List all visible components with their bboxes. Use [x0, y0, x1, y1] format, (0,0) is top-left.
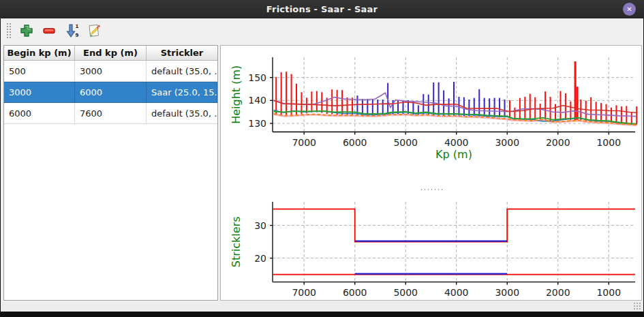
column-header-begin-kp[interactable]: Begin kp (m)	[4, 46, 75, 60]
svg-text:1000: 1000	[596, 287, 621, 298]
svg-text:6000: 6000	[343, 137, 367, 148]
frictions-table[interactable]: Begin kp (m) End kp (m) Strickler 500300…	[3, 45, 218, 301]
table-row[interactable]: 5003000default (35.0, …	[4, 61, 217, 82]
column-header-end-kp[interactable]: End kp (m)	[75, 46, 147, 60]
remove-icon	[42, 24, 56, 37]
svg-text:1: 1	[76, 24, 79, 29]
stricklers-chart: 70006000500040003000200010002030Kp (m)St…	[221, 190, 641, 300]
svg-text:1000: 1000	[596, 137, 621, 148]
svg-text:Height (m): Height (m)	[230, 65, 243, 124]
svg-text:Kp (m): Kp (m)	[435, 148, 472, 161]
toolbar-grip-handle[interactable]	[6, 22, 12, 39]
height-profile-chart: 7000600050004000300020001000130140150Kp …	[221, 46, 641, 187]
resize-grip-icon[interactable]	[633, 302, 641, 310]
svg-text:3000: 3000	[495, 137, 519, 148]
table-cell[interactable]: 3000	[4, 82, 75, 102]
svg-text:140: 140	[248, 95, 266, 106]
svg-text:150: 150	[248, 72, 266, 83]
column-header-strickler[interactable]: Strickler	[147, 46, 217, 60]
svg-text:20: 20	[254, 253, 266, 264]
table-cell[interactable]: 3000	[75, 61, 147, 81]
sort-rows-button[interactable]: 1 9	[62, 21, 81, 40]
svg-text:9: 9	[76, 33, 79, 38]
remove-row-button[interactable]	[40, 21, 59, 40]
close-button[interactable]: ✕	[623, 3, 636, 16]
sort-1-9-icon: 1 9	[64, 23, 79, 38]
svg-text:30: 30	[254, 220, 266, 231]
svg-text:Stricklers: Stricklers	[230, 216, 243, 267]
svg-text:6000: 6000	[343, 287, 367, 298]
table-cell[interactable]: 6000	[75, 82, 147, 102]
svg-text:5000: 5000	[393, 137, 418, 148]
table-header-row: Begin kp (m) End kp (m) Strickler	[4, 46, 217, 61]
svg-text:4000: 4000	[444, 137, 469, 148]
table-cell[interactable]: default (35.0, …	[147, 103, 217, 123]
table-cell[interactable]: 6000	[4, 103, 75, 123]
svg-text:Kp (m): Kp (m)	[435, 298, 472, 300]
table-cell[interactable]: 7600	[75, 103, 147, 123]
table-body: 5003000default (35.0, …30006000Saar (25.…	[4, 61, 217, 124]
status-bar	[1, 301, 643, 312]
titlebar[interactable]: Frictions - Saar - Saar ✕	[0, 0, 644, 18]
add-row-button[interactable]	[17, 21, 36, 40]
svg-text:3000: 3000	[495, 287, 519, 298]
edit-icon	[87, 23, 102, 38]
table-cell[interactable]: 500	[4, 61, 75, 81]
table-row[interactable]: 60007600default (35.0, …	[4, 103, 217, 124]
svg-text:7000: 7000	[292, 287, 316, 298]
svg-text:2000: 2000	[546, 287, 570, 298]
frictions-window: Frictions - Saar - Saar ✕	[0, 0, 644, 317]
svg-text:2000: 2000	[546, 137, 570, 148]
close-icon: ✕	[626, 5, 632, 13]
window-title: Frictions - Saar - Saar	[266, 4, 378, 14]
toolbar: 1 9	[1, 18, 643, 43]
svg-text:130: 130	[248, 118, 266, 129]
svg-text:4000: 4000	[444, 287, 469, 298]
charts-panel: 7000600050004000300020001000130140150Kp …	[220, 45, 642, 301]
edit-strickler-button[interactable]	[85, 21, 104, 40]
table-cell[interactable]: Saar (25.0, 15.0)	[147, 82, 217, 102]
add-icon	[20, 24, 33, 37]
table-row[interactable]: 30006000Saar (25.0, 15.0)	[4, 82, 217, 103]
table-cell[interactable]: default (35.0, …	[147, 61, 217, 81]
svg-text:7000: 7000	[292, 137, 316, 148]
window-content: 1 9 Begin kp (m) End kp (m) Stric	[1, 18, 643, 312]
svg-text:5000: 5000	[393, 287, 418, 298]
